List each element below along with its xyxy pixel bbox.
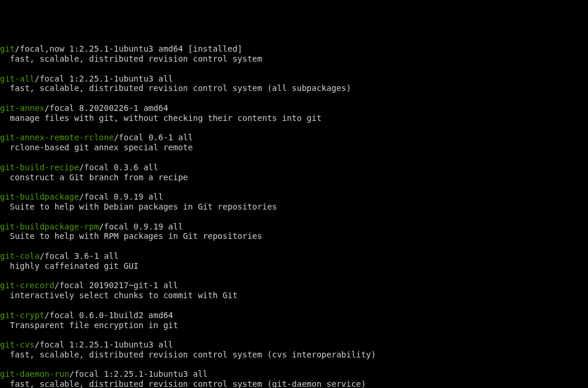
package-meta: /focal 20190217~git-1 all [55,281,178,290]
terminal-output[interactable]: git/focal,now 1:2.25.1-1ubuntu3 amd64 [i… [0,44,588,388]
blank-line [0,360,588,370]
package-entry-line: git-daemon-run/focal 1:2.25.1-1ubuntu3 a… [0,369,588,379]
package-description: interactively select chunks to commit wi… [0,291,588,301]
blank-line [0,93,588,103]
blank-line [0,301,588,311]
package-description: highly caffeinated git GUI [0,261,588,271]
package-description: Transparent file encryption in git [0,320,588,330]
package-meta: /focal 0.9.19 all [79,192,163,201]
blank-line [0,182,588,192]
package-description: fast, scalable, distributed revision con… [0,350,588,360]
package-name: git [0,44,15,53]
package-meta: /focal 0.6.0-1build2 amd64 [45,311,173,320]
package-entry-line: git-build-recipe/focal 0.3.6 all [0,163,588,173]
package-description: Suite to help with Debian packages in Gi… [0,202,588,212]
package-entry-line: git-crecord/focal 20190217~git-1 all [0,281,588,291]
package-meta: /focal 3.6-1 all [39,251,119,261]
package-name: git-buildpackage-rpm [0,222,99,231]
package-meta: /focal 1:2.25.1-1ubuntu3 all [35,340,173,349]
package-description: Suite to help with RPM packages in Git r… [0,231,588,241]
package-entry-line: git-all/focal 1:2.25.1-1ubuntu3 all [0,74,588,84]
package-description: fast, scalable, distributed revision con… [0,83,588,93]
package-meta: /focal 8.20200226-1 amd64 [45,103,168,113]
blank-line [0,64,588,74]
package-description: manage files with git, without checking … [0,113,588,123]
package-name: git-annex [0,103,45,113]
package-name: git-cola [0,251,39,261]
blank-line [0,241,588,251]
package-name: git-annex-remote-rclone [0,133,114,142]
package-meta: /focal,now 1:2.25.1-1ubuntu3 amd64 [inst… [15,44,242,53]
package-entry-line: git-buildpackage/focal 0.9.19 all [0,192,588,202]
package-meta: /focal 0.3.6 all [79,163,158,172]
blank-line [0,123,588,133]
package-entry-line: git-cvs/focal 1:2.25.1-1ubuntu3 all [0,340,588,350]
package-meta: /focal 1:2.25.1-1ubuntu3 all [69,369,208,379]
package-meta: /focal 1:2.25.1-1ubuntu3 all [35,74,173,83]
package-name: git-crecord [0,281,55,290]
blank-line [0,212,588,222]
package-entry-line: git-crypt/focal 0.6.0-1build2 amd64 [0,311,588,320]
package-name: git-build-recipe [0,163,79,172]
package-entry-line: git/focal,now 1:2.25.1-1ubuntu3 amd64 [i… [0,44,588,54]
package-name: git-buildpackage [0,192,79,201]
package-name: git-all [0,74,35,83]
package-entry-line: git-annex/focal 8.20200226-1 amd64 [0,103,588,113]
package-description: rclone-based git annex special remote [0,143,588,153]
package-meta: /focal 0.6-1 all [114,133,193,142]
package-name: git-cvs [0,340,35,349]
package-meta: /focal 0.9.19 all [99,222,183,231]
package-name: git-crypt [0,311,45,320]
package-description: construct a Git branch from a recipe [0,173,588,183]
blank-line [0,271,588,281]
blank-line [0,153,588,163]
blank-line [0,330,588,340]
package-name: git-daemon-run [0,369,69,379]
package-description: fast, scalable, distributed revision con… [0,379,588,388]
package-description: fast, scalable, distributed revision con… [0,54,588,64]
package-entry-line: git-cola/focal 3.6-1 all [0,251,588,261]
package-entry-line: git-annex-remote-rclone/focal 0.6-1 all [0,133,588,143]
package-entry-line: git-buildpackage-rpm/focal 0.9.19 all [0,222,588,232]
